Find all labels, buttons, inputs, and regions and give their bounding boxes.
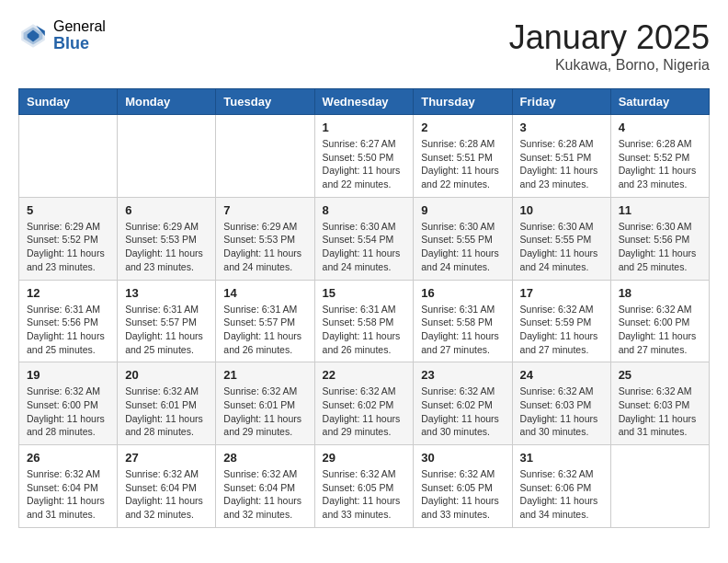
calendar-cell: 14Sunrise: 6:31 AM Sunset: 5:57 PM Dayli…	[216, 280, 314, 362]
logo: General Blue	[18, 18, 106, 52]
day-info: Sunrise: 6:32 AM Sunset: 6:02 PM Dayligh…	[421, 385, 504, 439]
logo-icon	[18, 21, 48, 51]
calendar-week-row: 26Sunrise: 6:32 AM Sunset: 6:04 PM Dayli…	[19, 445, 710, 528]
day-number: 9	[421, 203, 504, 217]
day-number: 1	[323, 121, 406, 134]
logo-text: General Blue	[53, 18, 106, 52]
calendar-week-row: 19Sunrise: 6:32 AM Sunset: 6:00 PM Dayli…	[19, 362, 710, 445]
calendar-cell	[610, 445, 709, 528]
day-info: Sunrise: 6:32 AM Sunset: 6:06 PM Dayligh…	[520, 467, 603, 522]
day-number: 25	[619, 368, 701, 382]
calendar-cell: 31Sunrise: 6:32 AM Sunset: 6:06 PM Dayli…	[512, 445, 610, 528]
day-info: Sunrise: 6:32 AM Sunset: 6:05 PM Dayligh…	[421, 467, 504, 522]
weekday-header: Friday	[512, 89, 610, 115]
calendar-cell: 4Sunrise: 6:28 AM Sunset: 5:52 PM Daylig…	[610, 115, 709, 198]
calendar-cell: 3Sunrise: 6:28 AM Sunset: 5:51 PM Daylig…	[512, 115, 610, 198]
calendar-cell	[19, 115, 118, 198]
calendar-cell: 9Sunrise: 6:30 AM Sunset: 5:55 PM Daylig…	[414, 197, 512, 280]
day-info: Sunrise: 6:32 AM Sunset: 6:03 PM Dayligh…	[619, 385, 701, 439]
day-number: 22	[323, 368, 406, 382]
calendar-cell: 1Sunrise: 6:27 AM Sunset: 5:50 PM Daylig…	[314, 115, 414, 198]
day-number: 3	[520, 121, 603, 134]
day-info: Sunrise: 6:31 AM Sunset: 5:58 PM Dayligh…	[323, 303, 406, 357]
day-info: Sunrise: 6:31 AM Sunset: 5:58 PM Dayligh…	[421, 303, 504, 357]
day-info: Sunrise: 6:29 AM Sunset: 5:53 PM Dayligh…	[223, 220, 306, 274]
day-number: 18	[619, 286, 701, 300]
day-number: 15	[323, 286, 406, 300]
calendar-cell: 2Sunrise: 6:28 AM Sunset: 5:51 PM Daylig…	[414, 115, 512, 198]
day-number: 14	[223, 286, 306, 300]
weekday-header: Tuesday	[216, 89, 314, 115]
calendar-cell: 13Sunrise: 6:31 AM Sunset: 5:57 PM Dayli…	[118, 280, 216, 362]
day-info: Sunrise: 6:31 AM Sunset: 5:56 PM Dayligh…	[27, 303, 109, 357]
day-info: Sunrise: 6:29 AM Sunset: 5:53 PM Dayligh…	[125, 220, 208, 274]
calendar-cell: 12Sunrise: 6:31 AM Sunset: 5:56 PM Dayli…	[19, 280, 118, 362]
calendar-cell: 25Sunrise: 6:32 AM Sunset: 6:03 PM Dayli…	[610, 362, 709, 445]
day-number: 12	[27, 286, 109, 300]
logo-general: General	[53, 18, 106, 35]
calendar-cell: 7Sunrise: 6:29 AM Sunset: 5:53 PM Daylig…	[216, 197, 314, 280]
day-number: 4	[619, 121, 701, 134]
calendar-cell: 16Sunrise: 6:31 AM Sunset: 5:58 PM Dayli…	[414, 280, 512, 362]
weekday-header: Saturday	[610, 89, 709, 115]
day-info: Sunrise: 6:32 AM Sunset: 6:00 PM Dayligh…	[619, 303, 701, 357]
calendar-cell: 15Sunrise: 6:31 AM Sunset: 5:58 PM Dayli…	[314, 280, 414, 362]
calendar-cell: 26Sunrise: 6:32 AM Sunset: 6:04 PM Dayli…	[19, 445, 118, 528]
day-number: 16	[421, 286, 504, 300]
calendar-cell: 21Sunrise: 6:32 AM Sunset: 6:01 PM Dayli…	[216, 362, 314, 445]
weekday-header: Wednesday	[314, 89, 414, 115]
weekday-header-row: SundayMondayTuesdayWednesdayThursdayFrid…	[19, 89, 710, 115]
calendar-cell: 17Sunrise: 6:32 AM Sunset: 5:59 PM Dayli…	[512, 280, 610, 362]
day-info: Sunrise: 6:29 AM Sunset: 5:52 PM Dayligh…	[27, 220, 109, 274]
calendar-table: SundayMondayTuesdayWednesdayThursdayFrid…	[18, 88, 710, 528]
day-info: Sunrise: 6:32 AM Sunset: 6:04 PM Dayligh…	[27, 467, 109, 522]
day-info: Sunrise: 6:28 AM Sunset: 5:51 PM Dayligh…	[421, 137, 504, 191]
day-info: Sunrise: 6:32 AM Sunset: 6:01 PM Dayligh…	[223, 385, 306, 439]
calendar-week-row: 5Sunrise: 6:29 AM Sunset: 5:52 PM Daylig…	[19, 197, 710, 280]
day-info: Sunrise: 6:32 AM Sunset: 6:01 PM Dayligh…	[125, 385, 208, 439]
day-info: Sunrise: 6:30 AM Sunset: 5:54 PM Dayligh…	[323, 220, 406, 274]
title-block: January 2025 Kukawa, Borno, Nigeria	[509, 18, 710, 74]
day-number: 6	[125, 203, 208, 217]
logo-blue: Blue	[53, 35, 106, 53]
day-number: 20	[125, 368, 208, 382]
day-info: Sunrise: 6:28 AM Sunset: 5:52 PM Dayligh…	[619, 137, 701, 191]
day-number: 23	[421, 368, 504, 382]
calendar-cell: 24Sunrise: 6:32 AM Sunset: 6:03 PM Dayli…	[512, 362, 610, 445]
day-number: 26	[27, 451, 109, 465]
calendar-week-row: 12Sunrise: 6:31 AM Sunset: 5:56 PM Dayli…	[19, 280, 710, 362]
day-number: 29	[323, 451, 406, 465]
page-header: General Blue January 2025 Kukawa, Borno,…	[18, 18, 710, 74]
day-number: 17	[520, 286, 603, 300]
day-number: 28	[223, 451, 306, 465]
calendar-cell: 10Sunrise: 6:30 AM Sunset: 5:55 PM Dayli…	[512, 197, 610, 280]
day-info: Sunrise: 6:32 AM Sunset: 6:00 PM Dayligh…	[27, 385, 109, 439]
weekday-header: Sunday	[19, 89, 118, 115]
calendar-cell: 23Sunrise: 6:32 AM Sunset: 6:02 PM Dayli…	[414, 362, 512, 445]
day-info: Sunrise: 6:28 AM Sunset: 5:51 PM Dayligh…	[520, 137, 603, 191]
day-info: Sunrise: 6:31 AM Sunset: 5:57 PM Dayligh…	[125, 303, 208, 357]
weekday-header: Monday	[118, 89, 216, 115]
day-number: 30	[421, 451, 504, 465]
day-number: 7	[223, 203, 306, 217]
day-number: 13	[125, 286, 208, 300]
calendar-cell: 20Sunrise: 6:32 AM Sunset: 6:01 PM Dayli…	[118, 362, 216, 445]
calendar-cell: 19Sunrise: 6:32 AM Sunset: 6:00 PM Dayli…	[19, 362, 118, 445]
day-info: Sunrise: 6:32 AM Sunset: 6:04 PM Dayligh…	[223, 467, 306, 522]
calendar-cell	[216, 115, 314, 198]
day-number: 11	[619, 203, 701, 217]
calendar-week-row: 1Sunrise: 6:27 AM Sunset: 5:50 PM Daylig…	[19, 115, 710, 198]
day-info: Sunrise: 6:32 AM Sunset: 6:05 PM Dayligh…	[323, 467, 406, 522]
location-title: Kukawa, Borno, Nigeria	[509, 57, 710, 74]
day-info: Sunrise: 6:32 AM Sunset: 6:03 PM Dayligh…	[520, 385, 603, 439]
calendar-cell: 22Sunrise: 6:32 AM Sunset: 6:02 PM Dayli…	[314, 362, 414, 445]
month-title: January 2025	[509, 18, 710, 57]
calendar-cell: 11Sunrise: 6:30 AM Sunset: 5:56 PM Dayli…	[610, 197, 709, 280]
day-number: 5	[27, 203, 109, 217]
calendar-cell: 28Sunrise: 6:32 AM Sunset: 6:04 PM Dayli…	[216, 445, 314, 528]
day-info: Sunrise: 6:32 AM Sunset: 6:04 PM Dayligh…	[125, 467, 208, 522]
calendar-cell: 27Sunrise: 6:32 AM Sunset: 6:04 PM Dayli…	[118, 445, 216, 528]
day-number: 8	[323, 203, 406, 217]
calendar-cell: 6Sunrise: 6:29 AM Sunset: 5:53 PM Daylig…	[118, 197, 216, 280]
day-info: Sunrise: 6:27 AM Sunset: 5:50 PM Dayligh…	[323, 137, 406, 191]
